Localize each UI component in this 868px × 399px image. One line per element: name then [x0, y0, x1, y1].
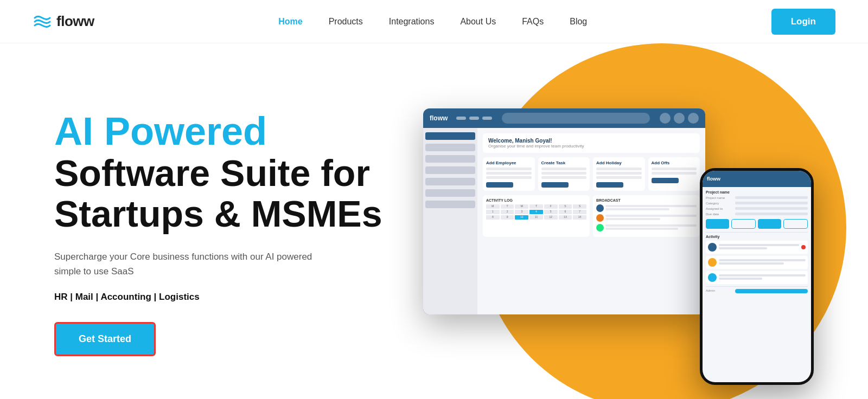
- broadcast-lines-3: [605, 224, 697, 231]
- cal-21: 14: [573, 215, 586, 220]
- sidebar-item-1: [425, 144, 475, 151]
- cal-17: 10: [515, 215, 528, 220]
- phone-val-4: [735, 213, 808, 215]
- card-add-offs: Add Offs: [648, 157, 700, 191]
- broadcast-avatar-3: [596, 224, 604, 231]
- phone-action-4: [783, 219, 808, 229]
- broadcast-title: BROADCAST: [596, 198, 697, 202]
- hero-illustration: floww: [412, 76, 825, 390]
- list-lines-1: [719, 244, 799, 250]
- phone-row-1: Project name: [706, 196, 808, 200]
- phone-val-1: [735, 196, 808, 199]
- phone-screen: floww Project name Project name Category…: [703, 171, 811, 382]
- tablet-sidebar: [423, 128, 477, 314]
- nav-about[interactable]: About Us: [460, 17, 496, 26]
- phone-footer-row: Admin: [706, 289, 808, 293]
- cal-2: T: [501, 204, 514, 209]
- card-btn-2: [541, 182, 569, 188]
- broadcast-item-3: [596, 224, 697, 231]
- list-lines-2: [719, 259, 806, 266]
- nav-blog[interactable]: Blog: [570, 17, 587, 26]
- phone-list-item-2: [706, 256, 808, 269]
- list-avatar-3: [708, 273, 717, 282]
- phone-val-2: [735, 202, 808, 204]
- login-button[interactable]: Login: [771, 9, 835, 35]
- cal-6: S: [559, 204, 572, 209]
- tablet-search-bar: [502, 113, 650, 124]
- nav-integrations[interactable]: Integrations: [389, 17, 435, 26]
- phone-action-3: [758, 219, 781, 229]
- phone-list-item-3: [706, 271, 808, 284]
- cal-4: T: [529, 204, 543, 209]
- cal-14: 7: [573, 210, 586, 214]
- cal-1: M: [486, 204, 500, 209]
- cal-11: 4: [529, 210, 543, 214]
- phone-action-row: [706, 219, 808, 229]
- broadcast-avatar-1: [596, 204, 604, 212]
- card-lines-3: [596, 168, 642, 179]
- phone-val-3: [735, 207, 808, 210]
- welcome-sub: Organise your time and improve team prod…: [488, 144, 694, 149]
- tablet-nav: [456, 117, 492, 120]
- cal-9: 2: [501, 210, 514, 214]
- cal-10: 3: [515, 210, 528, 214]
- hero-title-blue: AI Powered: [54, 110, 382, 153]
- card-lines-2: [541, 168, 587, 179]
- broadcast-avatar-2: [596, 214, 604, 222]
- cal-7: S: [573, 204, 586, 209]
- hero-section: AI Powered Software Suite for Startups &…: [0, 43, 868, 399]
- cal-16: 9: [501, 215, 514, 220]
- broadcast-lines-1: [605, 205, 697, 211]
- nav-products[interactable]: Products: [329, 17, 363, 26]
- nav-links: Home Products Integrations About Us FAQs…: [278, 17, 587, 27]
- admin-label: Admin: [706, 289, 733, 293]
- sidebar-item-4: [425, 178, 475, 185]
- card-title-3: Add Holiday: [596, 160, 642, 165]
- card-add-holiday: Add Holiday: [593, 157, 645, 191]
- activity-title: ACTIVITY LOG: [486, 198, 586, 202]
- hero-tags: HR | Mail | Accounting | Logistics: [54, 292, 382, 303]
- card-create-task: Create Task: [538, 157, 590, 191]
- tablet-welcome-banner: Welcome, Manish Goyal! Organise your tim…: [483, 133, 700, 153]
- card-title-4: Add Offs: [652, 160, 697, 165]
- tablet-action-cards: Add Employee Create Task: [483, 157, 700, 191]
- notif-dot-1: [801, 245, 806, 249]
- phone-label-2: Category: [706, 202, 733, 205]
- cal-15: 8: [486, 215, 500, 220]
- phone-row-2: Category: [706, 202, 808, 205]
- card-lines-1: [486, 168, 532, 179]
- hero-title-black-2: Startups & MSMEs: [54, 194, 382, 234]
- card-title-2: Create Task: [541, 160, 587, 165]
- phone-section-2: Activity: [706, 235, 808, 239]
- phone-topbar: floww: [703, 171, 811, 187]
- tablet-mockup: floww: [423, 108, 705, 314]
- cal-5: F: [544, 204, 558, 209]
- tablet-bottom-section: ACTIVITY LOG M T W T F S S 1: [483, 195, 700, 237]
- cal-20: 13: [559, 215, 572, 220]
- tablet-main-content: Welcome, Manish Goyal! Organise your tim…: [477, 128, 705, 314]
- phone-row-4: Due date: [706, 213, 808, 216]
- phone-label-1: Project name: [706, 196, 733, 200]
- nav-faqs[interactable]: FAQs: [522, 17, 544, 26]
- card-add-employee: Add Employee: [483, 157, 535, 191]
- phone-body: Project name Project name Category Assig…: [703, 187, 811, 382]
- welcome-title: Welcome, Manish Goyal!: [488, 138, 694, 144]
- phone-row-3: Assigned to: [706, 207, 808, 210]
- cal-12: 5: [544, 210, 558, 214]
- tablet-screen: floww: [423, 108, 705, 314]
- list-lines-3: [719, 274, 806, 281]
- divider-2: [706, 286, 808, 287]
- sidebar-item-6: [425, 201, 475, 208]
- admin-status: [735, 289, 808, 293]
- logo[interactable]: floww: [33, 13, 94, 30]
- activity-log: ACTIVITY LOG M T W T F S S 1: [483, 195, 590, 237]
- cal-3: W: [515, 204, 528, 209]
- phone-mockup: floww Project name Project name Category…: [700, 168, 814, 385]
- divider-1: [706, 232, 808, 233]
- tablet-logo: floww: [430, 114, 448, 122]
- get-started-button[interactable]: Get Started: [54, 322, 156, 356]
- cal-19: 12: [544, 215, 558, 220]
- nav-home[interactable]: Home: [278, 17, 302, 26]
- card-lines-4: [652, 168, 697, 175]
- phone-list-item-1: [706, 241, 808, 254]
